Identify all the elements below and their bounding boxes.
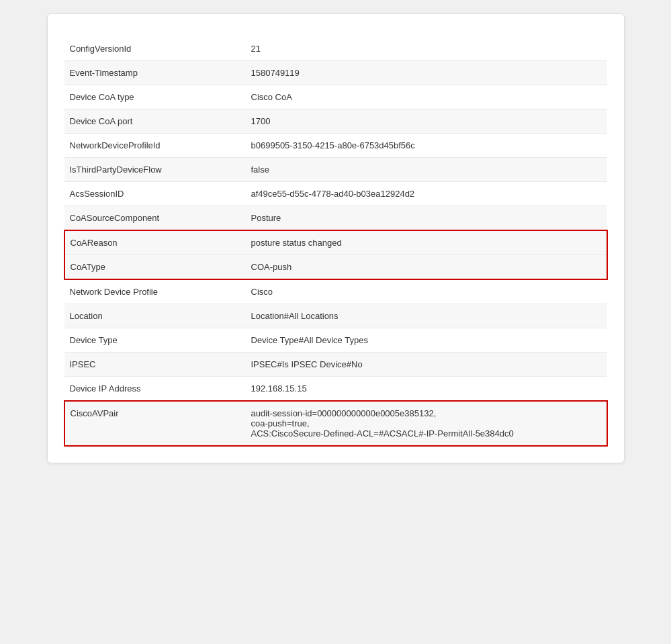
table-row: CiscoAVPairaudit-session-id=000000000000… [64,401,607,446]
table-row: ConfigVersionId21 [64,37,607,61]
attribute-key: Device CoA port [64,109,246,134]
table-row: Device CoA typeCisco CoA [64,85,607,109]
attribute-key: Network Device Profile [64,279,246,304]
attribute-key: IPSEC [64,353,246,377]
attribute-value: af49ce55-d55c-4778-ad40-b03ea12924d2 [246,182,607,206]
attribute-value: Cisco CoA [246,85,607,109]
attribute-value: posture status changed [246,230,607,255]
attribute-value: Cisco [246,279,607,304]
attribute-key: NetworkDeviceProfileId [64,134,246,158]
attribute-key: Device IP Address [64,377,246,402]
attribute-value: audit-session-id=000000000000e0005e38513… [246,401,607,446]
attribute-value: IPSEC#Is IPSEC Device#No [246,353,607,377]
attribute-key: Event-Timestamp [64,61,246,85]
table-row: Event-Timestamp1580749119 [64,61,607,85]
attribute-key: ConfigVersionId [64,37,246,61]
attribute-value: Location#All Locations [246,304,607,328]
table-row: Device CoA port1700 [64,109,607,134]
attribute-key: IsThirdPartyDeviceFlow [64,158,246,182]
attribute-value: 1580749119 [246,61,607,85]
attribute-value: Posture [246,206,607,231]
attribute-value: b0699505-3150-4215-a80e-6753d45bf56c [246,134,607,158]
attribute-value: 192.168.15.15 [246,377,607,402]
table-row: CoAReasonposture status changed [64,230,607,255]
attribute-value: 1700 [246,109,607,134]
attribute-key: CoAType [64,255,246,280]
table-row: Device IP Address192.168.15.15 [64,377,607,402]
attribute-value: false [246,158,607,182]
other-attributes-card: ConfigVersionId21Event-Timestamp15807491… [47,13,625,463]
table-row: LocationLocation#All Locations [64,304,607,328]
attribute-value: COA-push [246,255,607,280]
table-row: NetworkDeviceProfileIdb0699505-3150-4215… [64,134,607,158]
attribute-key: CiscoAVPair [64,401,246,446]
table-row: CoASourceComponentPosture [64,206,607,231]
attribute-key: CoASourceComponent [64,206,246,231]
attribute-key: CoAReason [64,230,246,255]
table-row: CoATypeCOA-push [64,255,607,280]
table-row: IPSECIPSEC#Is IPSEC Device#No [64,353,607,377]
attribute-value: 21 [246,37,607,61]
attribute-key: Device Type [64,328,246,353]
attributes-table: ConfigVersionId21Event-Timestamp15807491… [64,37,608,447]
table-row: Device TypeDevice Type#All Device Types [64,328,607,353]
attribute-key: Location [64,304,246,328]
table-row: IsThirdPartyDeviceFlowfalse [64,158,607,182]
attribute-key: AcsSessionID [64,182,246,206]
table-row: AcsSessionIDaf49ce55-d55c-4778-ad40-b03e… [64,182,607,206]
table-row: Network Device ProfileCisco [64,279,607,304]
attribute-value: Device Type#All Device Types [246,328,607,353]
attribute-key: Device CoA type [64,85,246,109]
